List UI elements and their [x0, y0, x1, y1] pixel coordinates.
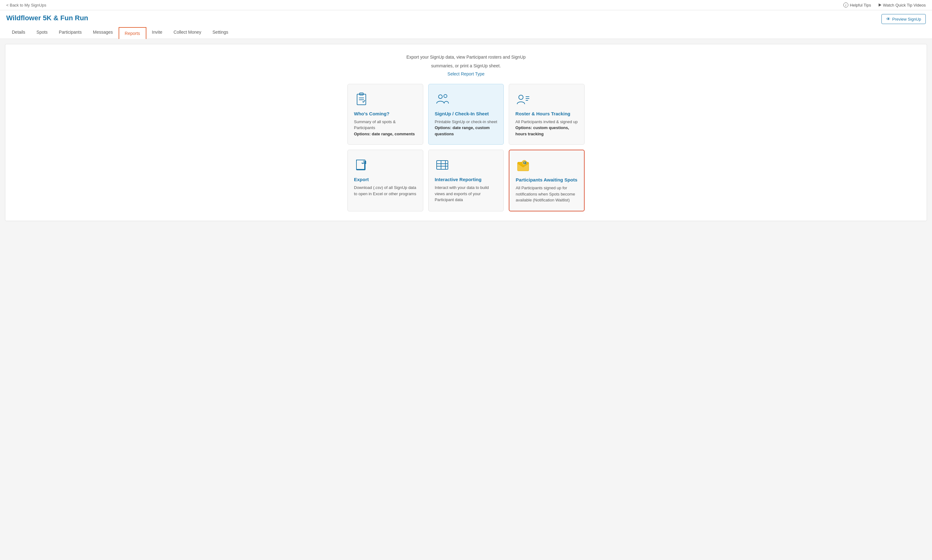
intro-line2: summaries, or print a SignUp sheet. — [12, 62, 920, 69]
eye-icon: 👁 — [886, 17, 890, 22]
card-export-title: Export — [354, 177, 417, 182]
main-content: Export your SignUp data, view Participan… — [5, 44, 927, 221]
card-whos-coming-desc: Summary of all spots & Participants Opti… — [354, 119, 417, 137]
tab-collect-money[interactable]: Collect Money — [168, 26, 207, 38]
tab-messages[interactable]: Messages — [87, 26, 119, 38]
card-interactive-reporting-desc: Interact with your data to build views a… — [435, 185, 497, 203]
tab-spots[interactable]: Spots — [31, 26, 53, 38]
card-participants-awaiting[interactable]: Participants Awaiting Spots All Particip… — [509, 150, 585, 211]
card-roster-hours[interactable]: Roster & Hours Tracking All Participants… — [509, 84, 585, 145]
svg-point-6 — [519, 95, 523, 100]
tab-invite[interactable]: Invite — [147, 26, 168, 38]
tab-reports[interactable]: Reports — [119, 27, 147, 39]
preview-signup-button[interactable]: 👁 Preview SignUp — [881, 14, 926, 24]
card-export[interactable]: Export Download (.csv) of all SignUp dat… — [347, 150, 423, 211]
roster-icon — [515, 92, 530, 107]
intro-line1: Export your SignUp data, view Participan… — [12, 54, 920, 60]
svg-point-5 — [444, 94, 447, 98]
card-signup-checkin[interactable]: SignUp / Check-In Sheet Printable SignUp… — [428, 84, 504, 145]
svg-point-4 — [438, 95, 442, 98]
top-bar: Back to My SignUps i Helpful Tips Watch … — [0, 0, 932, 10]
header-area: Wildflower 5K & Fun Run 👁 Preview SignUp… — [0, 10, 932, 39]
clipboard-icon — [354, 92, 369, 107]
back-link[interactable]: Back to My SignUps — [6, 3, 46, 8]
tab-details[interactable]: Details — [6, 26, 31, 38]
top-bar-right: i Helpful Tips Watch Quick Tip Videos — [843, 3, 926, 8]
tab-settings[interactable]: Settings — [207, 26, 234, 38]
card-whos-coming[interactable]: Who's Coming? Summary of all spots & Par… — [347, 84, 423, 145]
nav-tabs: Details Spots Participants Messages Repo… — [6, 26, 926, 38]
select-report-type: Select Report Type — [12, 71, 920, 76]
tab-participants[interactable]: Participants — [53, 26, 87, 38]
helpful-tips-label: Helpful Tips — [850, 3, 871, 8]
watch-videos-label: Watch Quick Tip Videos — [883, 3, 926, 8]
card-interactive-reporting[interactable]: Interactive Reporting Interact with your… — [428, 150, 504, 211]
card-interactive-reporting-title: Interactive Reporting — [435, 177, 497, 182]
card-signup-checkin-desc: Printable SignUp or check-in sheet Optio… — [435, 119, 497, 137]
card-export-desc: Download (.csv) of all SignUp data to op… — [354, 185, 417, 197]
card-roster-hours-title: Roster & Hours Tracking — [515, 111, 578, 116]
watch-videos-link[interactable]: Watch Quick Tip Videos — [879, 3, 926, 8]
card-roster-hours-desc: All Participants invited & signed up Opt… — [515, 119, 578, 137]
envelope-notification-icon — [515, 158, 531, 173]
people-icon — [435, 92, 450, 107]
card-participants-awaiting-desc: All Participants signed up for notificat… — [515, 185, 578, 203]
info-icon: i — [843, 3, 848, 8]
nav-right: 👁 Preview SignUp — [881, 14, 926, 26]
card-participants-awaiting-title: Participants Awaiting Spots — [515, 177, 578, 182]
select-report-type-link[interactable]: Select Report Type — [447, 71, 485, 76]
table-icon — [435, 157, 450, 172]
page-title: Wildflower 5K & Fun Run — [6, 14, 88, 22]
helpful-tips-link[interactable]: i Helpful Tips — [843, 3, 871, 8]
svg-rect-12 — [437, 161, 448, 169]
card-signup-checkin-title: SignUp / Check-In Sheet — [435, 111, 497, 116]
card-whos-coming-title: Who's Coming? — [354, 111, 417, 116]
export-icon — [354, 157, 369, 172]
cards-grid: Who's Coming? Summary of all spots & Par… — [347, 84, 585, 211]
play-icon — [879, 3, 881, 6]
